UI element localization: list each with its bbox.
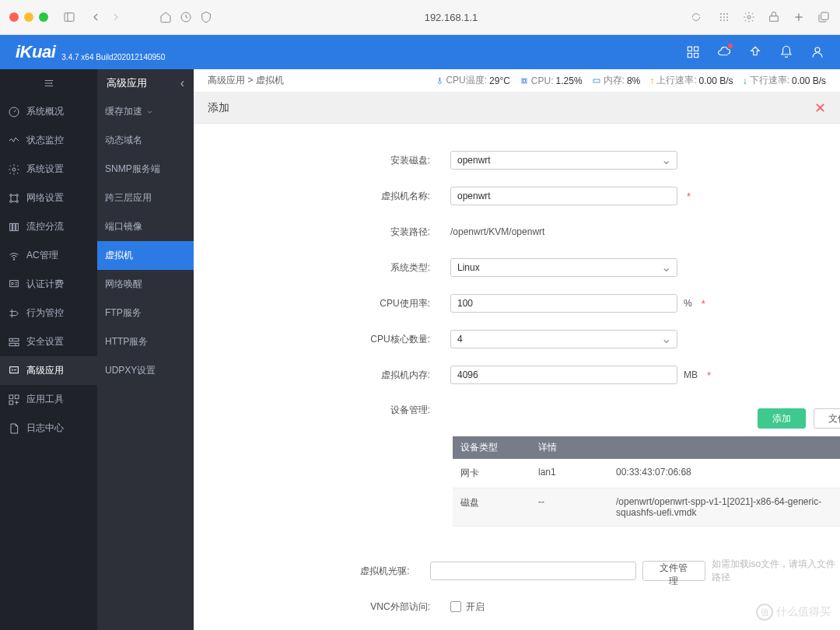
subsidebar-item-3[interactable]: 跨三层应用: [97, 184, 194, 212]
vm-form: 安装磁盘: 虚拟机名称:* 安装路径:/openwrt/KVM/openwrt …: [194, 124, 840, 630]
mem-input[interactable]: [450, 366, 677, 384]
cpu-cores-select[interactable]: [450, 330, 677, 348]
subsidebar-item-0[interactable]: 缓存加速: [97, 97, 194, 126]
sidebar-item-6[interactable]: 认证计费: [0, 270, 97, 299]
cdrom-input[interactable]: [430, 562, 636, 580]
close-icon[interactable]: ✕: [814, 100, 826, 117]
svg-rect-37: [9, 343, 19, 345]
path-label: 安装路径:: [194, 226, 450, 239]
close-window[interactable]: [9, 12, 19, 22]
subsidebar-item-9[interactable]: UDPXY设置: [97, 356, 194, 385]
svg-point-10: [723, 19, 725, 21]
th-detail: 详情: [530, 436, 608, 459]
svg-point-33: [13, 259, 14, 260]
bell-icon[interactable]: [779, 45, 793, 59]
os-select[interactable]: [450, 258, 677, 277]
add-device-button[interactable]: 添加: [758, 408, 806, 429]
svg-point-26: [10, 194, 12, 196]
share-icon[interactable]: [767, 10, 781, 24]
cpu-usage-label: CPU使用率:: [194, 297, 450, 310]
subsidebar-item-1[interactable]: 动态域名: [97, 126, 194, 155]
cdrom-file-button[interactable]: 文件管理: [642, 561, 705, 581]
svg-rect-46: [523, 79, 525, 82]
svg-rect-0: [65, 13, 74, 22]
wifi-icon: [8, 250, 20, 262]
app-header: iKuai 3.4.7 x64 Build202012140950: [0, 35, 840, 69]
svg-point-27: [16, 194, 19, 196]
subsidebar-item-7[interactable]: FTP服务: [97, 299, 194, 327]
subsidebar-item-5[interactable]: 虚拟机: [97, 241, 194, 270]
subsidebar-item-4[interactable]: 端口镜像: [97, 212, 194, 241]
svg-point-25: [12, 168, 16, 171]
stat-cpu: CPU: 1.25%: [520, 75, 583, 86]
svg-rect-44: [9, 401, 13, 404]
url-bar[interactable]: 192.168.1.1: [219, 12, 683, 23]
sidebar-item-7[interactable]: 行为管控: [0, 299, 97, 327]
path-value: /openwrt/KVM/openwrt: [450, 226, 544, 237]
sidebar-toggle-icon[interactable]: [62, 10, 76, 24]
svg-point-5: [726, 13, 728, 15]
forward-icon[interactable]: [109, 10, 123, 24]
os-label: 系统类型:: [194, 261, 450, 275]
disk-select[interactable]: [450, 151, 677, 170]
th-op: 操作: [834, 436, 840, 459]
cloud-icon[interactable]: [717, 45, 731, 59]
cpu-cores-label: CPU核心数量:: [194, 333, 450, 346]
primary-sidebar: 系统概况状态监控系统设置网络设置流控分流AC管理认证计费行为管控安全设置高级应用…: [0, 69, 97, 630]
sidebar-item-8[interactable]: 安全设置: [0, 327, 97, 356]
disk-label: 安装磁盘:: [194, 154, 450, 167]
subsidebar-item-2[interactable]: SNMP服务端: [97, 155, 194, 184]
breadcrumb-path: 高级应用 > 虚拟机: [208, 74, 284, 87]
svg-point-7: [723, 16, 725, 18]
subsidebar-item-8[interactable]: HTTP服务: [97, 327, 194, 356]
sidebar-item-0[interactable]: 系统概况: [0, 97, 97, 126]
shield-icon[interactable]: [199, 10, 213, 24]
sidebar-item-11[interactable]: 日志中心: [0, 414, 97, 443]
delete-link[interactable]: 删除: [834, 459, 840, 488]
svg-rect-42: [9, 395, 13, 399]
reload-icon[interactable]: [689, 10, 703, 24]
minimize-window[interactable]: [24, 12, 33, 22]
svg-point-11: [726, 19, 728, 21]
file-mgmt-button[interactable]: 文件管理: [814, 408, 840, 429]
user-icon[interactable]: [810, 45, 824, 59]
svg-point-29: [16, 200, 19, 202]
browser-chrome: 192.168.1.1: [0, 0, 840, 35]
sidebar-item-10[interactable]: 应用工具: [0, 385, 97, 414]
subsidebar-item-6[interactable]: 网络唤醒: [97, 270, 194, 299]
apps-icon[interactable]: [686, 45, 700, 59]
back-icon[interactable]: [89, 10, 103, 24]
svg-rect-17: [695, 47, 698, 51]
svg-rect-32: [16, 223, 19, 230]
name-input[interactable]: [450, 187, 677, 205]
tabs-icon[interactable]: [817, 10, 831, 24]
cpu-usage-input[interactable]: [450, 294, 677, 313]
breadcrumb-bar: 高级应用 > 虚拟机 CPU温度: 29°C CPU: 1.25% 内存: 8%…: [194, 69, 840, 93]
svg-rect-43: [15, 395, 19, 399]
device-row: 网卡lan100:33:43:07:06:68删除: [453, 459, 840, 488]
new-tab-icon[interactable]: [792, 10, 806, 24]
collapse-toggle[interactable]: [0, 69, 97, 97]
dev-label: 设备管理:: [194, 404, 450, 417]
svg-rect-16: [688, 47, 691, 51]
upgrade-icon[interactable]: [748, 45, 762, 59]
gear-icon: [8, 163, 20, 176]
stat-download: ↓下行速率: 0.00 B/s: [743, 74, 826, 87]
home-icon[interactable]: [159, 10, 173, 24]
sidebar-item-3[interactable]: 网络设置: [0, 184, 97, 212]
vnc-ext-checkbox[interactable]: 开启: [450, 600, 485, 614]
sidebar-item-5[interactable]: AC管理: [0, 241, 97, 270]
sidebar-item-4[interactable]: 流控分流: [0, 212, 97, 241]
sidebar-item-2[interactable]: 系统设置: [0, 155, 97, 184]
svg-rect-47: [593, 79, 600, 82]
svg-point-35: [12, 282, 14, 285]
gear-icon[interactable]: [742, 10, 756, 24]
maximize-window[interactable]: [39, 12, 48, 22]
history-icon[interactable]: [179, 10, 193, 24]
grid-icon[interactable]: [717, 10, 731, 24]
sidebar-item-9[interactable]: 高级应用: [0, 356, 97, 385]
delete-link[interactable]: 删除: [834, 488, 840, 527]
sidebar-item-1[interactable]: 状态监控: [0, 126, 97, 155]
svg-point-4: [723, 13, 725, 15]
traffic-lights: [9, 12, 48, 22]
